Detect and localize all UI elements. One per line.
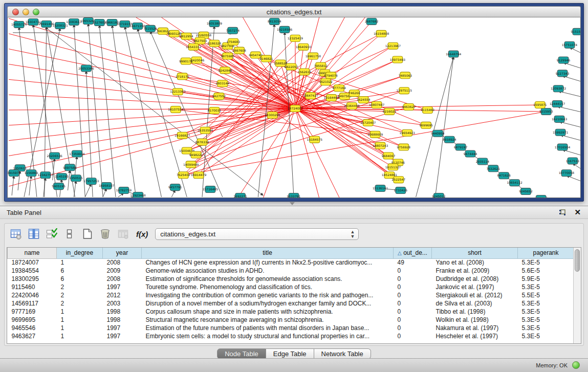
graph-node[interactable]: 20206536 [47, 152, 63, 159]
graph-node[interactable]: 1624554 [357, 97, 371, 103]
graph-node[interactable]: 8471626 [497, 172, 511, 179]
table-cell[interactable]: 0 [394, 283, 432, 291]
graph-node[interactable]: 2867608 [232, 47, 246, 54]
table-cell[interactable]: 0 [394, 299, 432, 308]
graph-node[interactable]: 16914479 [191, 172, 207, 179]
table-cell[interactable]: Structural magnetic resonance image aver… [142, 316, 394, 324]
graph-node[interactable]: 15184575 [307, 136, 323, 143]
graph-node[interactable]: 18300295 [265, 112, 280, 118]
graph-node[interactable]: 11083613 [66, 18, 82, 25]
table-cell[interactable]: Disruption of a novel member of a sodium… [142, 299, 394, 308]
graph-node[interactable]: 9756928 [397, 144, 411, 150]
table-cell[interactable]: Franke et al. (2009) [432, 267, 518, 275]
graph-node[interactable]: 2803144 [216, 80, 230, 87]
table-cell[interactable]: 1 [57, 332, 103, 340]
graph-node[interactable]: 10688609 [367, 131, 383, 138]
graph-node[interactable]: 9129946 [557, 57, 571, 63]
graph-node[interactable]: 9097588 [63, 164, 77, 171]
table-cell[interactable]: 5.9E-5 [518, 275, 574, 283]
graph-node[interactable]: 1754683 [226, 38, 240, 45]
memory-status-indicator[interactable] [572, 361, 580, 369]
graph-node[interactable]: 9151590 [571, 28, 581, 35]
graph-node[interactable]: 3915971 [8, 170, 21, 177]
graph-node[interactable]: 12093872 [551, 85, 567, 92]
graph-node[interactable]: 19218586 [277, 26, 293, 33]
table-cell[interactable]: 0 [394, 275, 432, 283]
graph-node[interactable]: 6879197 [454, 144, 468, 150]
table-cell[interactable]: Changes of HCN gene expression and I(f) … [142, 258, 394, 267]
table-cell[interactable]: 1 [57, 316, 103, 324]
graph-node[interactable]: 16154808 [374, 30, 389, 37]
graph-node[interactable]: 6822057 [285, 63, 298, 70]
table-cell[interactable]: 6 [57, 267, 103, 275]
table-row[interactable]: 946554611997Estimation of the future num… [8, 324, 574, 332]
graph-node[interactable]: 9474444 [464, 150, 477, 157]
column-header-out_de[interactable]: △ out_de... [394, 248, 432, 258]
graph-node[interactable]: 4170031 [208, 107, 222, 114]
graph-node[interactable]: 9115460 [421, 107, 434, 114]
table-cell[interactable]: 5.3E-5 [518, 258, 574, 267]
graph-node[interactable]: 2718170 [176, 73, 189, 80]
graph-node[interactable]: 1167533 [566, 158, 580, 164]
graph-node[interactable]: 9245652 [519, 188, 533, 195]
graph-node[interactable]: 16961758 [306, 53, 321, 59]
table-cell[interactable]: Corpus callosum shape and size in male p… [142, 308, 394, 316]
graph-node[interactable]: 1621022 [319, 79, 333, 85]
column-header-name[interactable]: name [8, 248, 57, 258]
table-cell[interactable]: Embryonic stem cells: a model to study s… [142, 332, 394, 340]
graph-node[interactable]: 1692271 [233, 193, 247, 198]
row-height-icon[interactable] [62, 227, 76, 240]
table-row[interactable]: 1872400712008Changes of HCN gene express… [8, 258, 574, 267]
graph-node[interactable]: 1562615 [298, 69, 312, 75]
graph-node[interactable]: 9777169 [332, 85, 346, 92]
graph-node[interactable]: 14099489 [183, 161, 199, 168]
column-header-year[interactable]: year [103, 248, 142, 258]
graph-node[interactable]: 1075040 [534, 195, 548, 198]
table-cell[interactable]: 2 [57, 291, 103, 299]
graph-node[interactable]: 2935114 [476, 158, 490, 165]
graph-node[interactable]: 18107554 [168, 106, 184, 113]
graph-node[interactable]: 8812954 [180, 33, 193, 39]
delete-table-icon[interactable] [98, 227, 112, 240]
graph-node[interactable]: 16151327 [385, 164, 401, 170]
column-header-pagerank[interactable]: pagerank [518, 248, 574, 258]
graph-node[interactable]: 2687682 [365, 18, 379, 25]
table-cell[interactable]: 0 [394, 291, 432, 299]
table-cell[interactable]: 2 [57, 299, 103, 308]
table-cell[interactable]: Estimation of significance thresholds fo… [142, 275, 394, 283]
graph-node[interactable]: 14055724 [11, 21, 27, 28]
graph-node[interactable]: 7625402 [177, 172, 190, 179]
table-cell[interactable]: 1997 [103, 283, 142, 291]
select-columns-icon[interactable] [45, 227, 58, 240]
graph-node[interactable]: 16782759 [116, 187, 132, 194]
import-table-icon[interactable] [116, 227, 129, 240]
graph-node[interactable]: 1527602 [93, 19, 106, 26]
table-cell[interactable]: 0 [394, 324, 432, 332]
table-cell[interactable]: Tibbo et al. (1998) [432, 308, 518, 316]
table-cell[interactable]: Wolkin et al. (1998) [432, 316, 518, 324]
table-row[interactable]: 2242004622012Investigating the contribut… [8, 291, 574, 299]
scrollbar-thumb[interactable] [575, 249, 580, 272]
graph-node[interactable]: 1156869 [25, 170, 38, 177]
tab-network-table[interactable]: Network Table [314, 348, 371, 359]
table-cell[interactable]: Jankovic et al. (1997) [432, 283, 518, 291]
table-cell[interactable]: 9699695 [8, 316, 57, 324]
table-cell[interactable]: 18724007 [8, 258, 57, 267]
table-cell[interactable]: Genome-wide association studies in ADHD. [142, 267, 394, 275]
table-row[interactable]: 977716911998Corpus callosum shape and si… [8, 308, 574, 316]
table-cell[interactable]: 19384554 [8, 267, 57, 275]
graph-node[interactable]: 7357274 [226, 27, 239, 34]
column-header-short[interactable]: short [432, 248, 518, 258]
table-settings-icon[interactable] [9, 227, 22, 240]
table-cell[interactable]: Nakamura et al. (1997) [432, 324, 518, 332]
window-titlebar[interactable]: citations_edges.txt [7, 6, 581, 17]
table-cell[interactable]: 6 [57, 275, 103, 283]
table-cell[interactable]: Hescheler et al. (1997) [432, 332, 518, 340]
graph-node[interactable]: 7485063 [399, 72, 412, 79]
table-cell[interactable]: de Silva et al. (2003) [432, 299, 518, 308]
graph-node[interactable]: 12325419 [288, 35, 303, 41]
graph-node[interactable]: 15720407 [360, 119, 376, 126]
table-cell[interactable]: 22420046 [8, 291, 57, 299]
table-cell[interactable]: 14569117 [8, 299, 57, 308]
graph-node[interactable]: 16053809 [207, 20, 223, 27]
